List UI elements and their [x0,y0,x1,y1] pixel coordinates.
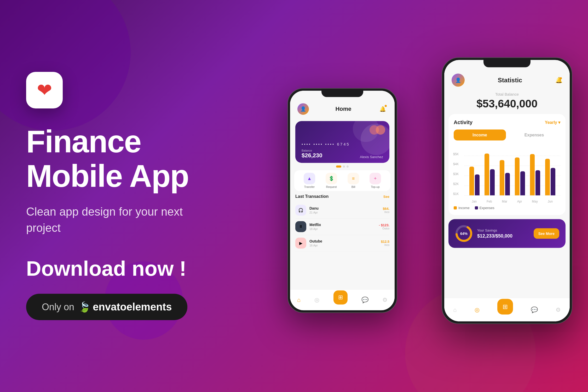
home-screen: 👤 Home 🔔 •••• •••• •••• 6745 Ba [290,91,395,310]
heart-icon: ❤ [37,79,52,101]
savings-card: 64% Your Savings $12,233/$50,000 See Mor… [448,219,566,248]
phone-notch-2 [483,58,531,67]
savings-info: Your Savings $12,233/$50,000 [477,228,529,239]
card-logos [370,125,385,135]
fab-button[interactable]: ⊞ [333,290,348,304]
chart-legend: Income Expenses [454,206,560,210]
expenses-toggle[interactable]: Expenses [508,130,560,141]
stat-title: Statistic [465,77,555,84]
x-label-feb: Feb [487,200,492,203]
total-balance-value: $53,640,000 [444,97,570,110]
bar-expense-may [535,170,540,195]
activity-chart: $5K $4K $3K $2K $1K [454,146,560,203]
bar-expense-jan [475,175,480,195]
action-transfer[interactable]: ▲ Transfer [304,173,315,188]
legend-dot-expense [475,206,478,209]
bar-expense-apr [520,171,525,195]
nav-chart[interactable]: ◎ [314,297,319,303]
home-title: Home [309,106,378,112]
tx-amount-outube: $12.5 Inco [381,240,389,246]
legend-expenses: Expenses [475,206,494,210]
y-label-5k: $5K [453,152,459,156]
activity-section: Activity Yearly ▾ Income Expenses $5K [448,114,566,215]
transactions-header: Last Transaction See [295,194,389,199]
nav-chat[interactable]: 💬 [361,297,368,303]
envato-text: envatoelements [93,301,172,313]
see-all-link[interactable]: See [383,195,389,199]
grid-line-1k: $1K [464,195,560,196]
tx-name: Metflix [309,223,376,227]
tx-info-danu: Danu 21 Apr [309,206,380,214]
dot-3 [347,165,349,168]
tx-amount-metflix: - $123. Outco [379,223,389,230]
x-label-jan: Jan [472,200,477,203]
bar-group-jan [469,167,480,195]
envato-badge[interactable]: Only on 🍃 envatoelements [26,294,187,320]
transaction-item: ▶ Outube 16 Apr $12.5 Inco [295,235,389,251]
bar-income-jun [545,159,550,195]
stat-nav-chat[interactable]: 💬 [531,306,538,313]
tx-info-outube: Outube 16 Apr [309,239,378,247]
dot-1 [336,165,341,168]
bill-label: Bill [351,185,355,188]
x-label-may: May [532,200,538,203]
nav-home[interactable]: ⌂ [297,297,301,303]
stat-chat-icon: 💬 [531,306,538,313]
x-label-mar: Mar [502,200,507,203]
bottom-nav: ⌂ ◎ ⊞ 💬 ⚙ [290,289,395,310]
stat-chart-icon: ◎ [475,306,480,313]
tx-amount-value: - $123. [379,223,389,227]
credit-card: •••• •••• •••• 6745 Balance $26,230 Alex… [295,121,389,163]
bell-icon[interactable]: 🔔 [378,104,387,114]
income-toggle[interactable]: Income [454,130,506,141]
activity-title: Activity [454,119,472,125]
stat-fab-button[interactable]: ⊞ [497,299,513,314]
yearly-button[interactable]: Yearly ▾ [545,120,560,125]
notification-dot-2 [560,77,562,79]
action-request[interactable]: 💲 Request [326,173,337,188]
tx-icon-metflix: ⏸ [295,221,306,232]
notification-dot [385,105,387,107]
tx-type: Inco [381,244,389,246]
bar-group-may [530,154,540,195]
tx-icon-danu: 🎧 [295,205,306,216]
stat-nav-home[interactable]: ⌂ [453,306,457,313]
nav-settings[interactable]: ⚙ [382,297,388,303]
download-label: Download now ! [26,257,209,281]
stat-home-icon: ⌂ [453,306,457,313]
action-topup[interactable]: + Top-up [370,173,381,188]
total-balance-section: Total Balance $53,640,000 [444,90,570,114]
dot-2 [343,165,345,168]
phone-screen-1: 👤 Home 🔔 •••• •••• •••• 6745 Ba [290,91,395,310]
bar-group-mar [500,160,510,195]
chart-x-labels: Jan Feb Mar Apr May Jun [464,200,560,203]
activity-toggle: Income Expenses [454,130,560,141]
bar-group-jun [545,159,555,195]
bar-expense-feb [490,169,495,195]
see-more-button[interactable]: See More [534,228,559,239]
y-label-4k: $4K [453,162,459,166]
savings-percent: 64% [460,232,468,236]
legend-dot-income [454,206,457,209]
y-label-2k: $2K [453,182,459,186]
tx-date: 21 Apr [309,211,380,214]
bar-income-apr [515,158,520,195]
stat-nav-chart[interactable]: ◎ [475,306,480,313]
bill-icon: ≡ [348,173,359,184]
action-bill[interactable]: ≡ Bill [348,173,359,188]
x-label-jun: Jun [548,200,553,203]
phone-statistic: 👤 Statistic 🔔 Total Balance $53,640,000 … [442,57,572,324]
stat-nav-settings[interactable]: ⚙ [556,306,561,313]
phone-notch-1 [321,89,363,97]
card-indicators [290,165,395,168]
transfer-label: Transfer [304,185,315,188]
tx-amount-value: $12.5 [381,240,389,244]
stat-settings-icon: ⚙ [556,306,561,313]
y-label-3k: $3K [453,172,459,176]
tx-type: Inco [383,211,389,214]
tx-name: Danu [309,206,380,210]
y-label-1k: $1K [453,192,459,196]
bar-expense-jun [551,168,555,195]
chat-nav-icon: 💬 [361,297,368,303]
stat-bell-icon[interactable]: 🔔 [555,77,562,84]
